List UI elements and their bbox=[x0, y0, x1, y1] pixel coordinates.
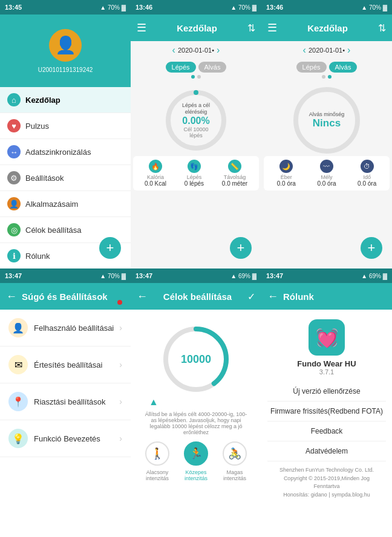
heart-icon: ♥ bbox=[7, 119, 21, 132]
moon-icon: 🌙 bbox=[279, 160, 293, 173]
hamburger-icon-3[interactable]: ☰ bbox=[267, 21, 277, 34]
sleep-label: Alvás minőség bbox=[309, 111, 345, 117]
tab-sleep-2[interactable]: Alvás bbox=[198, 62, 227, 73]
dots-2 bbox=[131, 75, 261, 79]
help-item-user-label: Felhasználó beállításai bbox=[34, 324, 114, 333]
help-item-notif[interactable]: ✉ Értesítés beállításai › bbox=[0, 347, 131, 383]
nav-prev-3[interactable]: ‹ bbox=[303, 45, 306, 56]
nav-row-3: ‹ 2020-01-01• › bbox=[261, 41, 392, 59]
dot-3a bbox=[322, 75, 325, 79]
nav-date-3: 2020-01-01• bbox=[309, 47, 345, 54]
notif-icon: ✉ bbox=[8, 355, 28, 374]
home-title-3: Kezdőlap bbox=[307, 23, 348, 33]
goals-header: ← Célok beállítása ✓ bbox=[131, 283, 261, 310]
hamburger-icon[interactable]: ☰ bbox=[137, 21, 146, 34]
help-item-notif-label: Értesítés beállításai bbox=[34, 360, 102, 369]
user-settings-icon: 👤 bbox=[8, 318, 28, 337]
medium-intensity-icon: 🏃 bbox=[184, 441, 208, 466]
share-icon-3[interactable]: ⇅ bbox=[378, 22, 386, 34]
status-time-5: 13:47 bbox=[136, 272, 152, 279]
help-item-func[interactable]: 💡 Funkció Bevezetés › bbox=[0, 420, 131, 457]
sidebar-item-settings[interactable]: ⚙ Beállítások bbox=[0, 165, 131, 191]
dot-3b bbox=[328, 75, 332, 79]
step-circle-value: 0.00% bbox=[180, 116, 213, 126]
check-icon-5[interactable]: ✓ bbox=[247, 291, 255, 302]
dots-3 bbox=[261, 75, 392, 79]
link-firmware[interactable]: Firmware frissítés(Redbend FOTA) bbox=[267, 402, 386, 421]
nav-next-3[interactable]: › bbox=[347, 45, 350, 56]
fab-button[interactable]: + bbox=[99, 237, 121, 259]
low-intensity-icon: 🚶 bbox=[145, 441, 169, 466]
info-icon: ℹ bbox=[7, 249, 21, 262]
chevron-right-2: › bbox=[119, 360, 122, 369]
sidebar-item-home[interactable]: ⌂ Kezdőlap bbox=[0, 87, 131, 113]
clock-icon: ⏱ bbox=[361, 160, 374, 173]
nav-next-2[interactable]: › bbox=[217, 45, 220, 56]
tab-sleep-3[interactable]: Alvás bbox=[329, 62, 358, 73]
avatar: 👤 bbox=[49, 29, 82, 62]
intensity-high[interactable]: 🚴 Magasintenzitás bbox=[223, 441, 247, 481]
status-icons-5: ▲ 69% ▓ bbox=[230, 273, 256, 279]
goals-title: Célok beállítása bbox=[163, 291, 232, 302]
sleep-circle-text: Alvás minőség Nincs bbox=[309, 111, 345, 129]
step-circle-label: Lépés a cél eléréséig bbox=[180, 102, 213, 116]
help-header: ← Súgó és Beállítások bbox=[0, 283, 131, 310]
fab-button-3[interactable]: + bbox=[361, 237, 382, 259]
alarm-icon: 📍 bbox=[8, 392, 28, 411]
footer-line-2: Copyright © 2015-2019,Minden Jog bbox=[284, 475, 370, 481]
footer-line-1: Shenzhen FunYun Technology Co. Ltd. bbox=[279, 467, 374, 473]
status-bar-4: 13:47 ▲ 70% ▓ bbox=[0, 268, 131, 283]
link-privacy[interactable]: Adatvédelem bbox=[267, 441, 386, 461]
sidebar-label-apps: Alkalmazásaim bbox=[25, 200, 78, 209]
intensity-medium[interactable]: 🏃 Közepesintenzitás bbox=[184, 441, 208, 481]
footer-line-4: Honosítás: gidano | sympda.blog.hu bbox=[283, 492, 370, 498]
status-time-4: 13:47 bbox=[5, 272, 22, 279]
sidebar-item-sync[interactable]: ↔ Adatszinkronizálás bbox=[0, 139, 131, 165]
home-icon: ⌂ bbox=[7, 93, 21, 106]
tab-steps-3[interactable]: Lépés bbox=[296, 62, 327, 73]
link-version-check[interactable]: Új verzió ellenőrzése bbox=[267, 382, 386, 402]
stat-calories-value: 0.0 Kcal bbox=[145, 180, 166, 187]
stat-steps: 👣 Lépés 0 lépés bbox=[185, 160, 204, 187]
user-id: U200101191319242 bbox=[38, 67, 93, 73]
share-icon-2[interactable]: ⇅ bbox=[247, 22, 255, 34]
sidebar-item-pulse[interactable]: ♥ Pulzus bbox=[0, 113, 131, 139]
sidebar-label-pulse: Pulzus bbox=[25, 122, 49, 131]
fab-button-2[interactable]: + bbox=[230, 237, 252, 259]
help-item-notif-left: ✉ Értesítés beállításai bbox=[8, 355, 102, 374]
help-item-func-left: 💡 Funkció Bevezetés bbox=[8, 429, 100, 448]
app-version: 3.7.1 bbox=[319, 368, 334, 376]
back-arrow-6[interactable]: ← bbox=[267, 290, 278, 303]
nav-prev-2[interactable]: ‹ bbox=[172, 45, 175, 56]
stat-time-value: 0.0 óra bbox=[358, 180, 376, 187]
goals-circle-wrap: 10000 bbox=[138, 323, 254, 395]
distance-icon: 📏 bbox=[228, 160, 241, 173]
stats-row-2: 🔥 Kalória 0.0 Kcal 👣 Lépés 0 lépés 📏 Táv… bbox=[133, 156, 259, 190]
help-item-alarm[interactable]: 📍 Riasztási beállítások › bbox=[0, 383, 131, 420]
link-feedback[interactable]: Feedback bbox=[267, 421, 386, 441]
stat-time: ⏱ Idő 0.0 óra bbox=[358, 160, 376, 187]
sidebar-label-settings: Beállítások bbox=[25, 174, 64, 183]
calories-icon: 🔥 bbox=[149, 160, 162, 173]
about-body: 💓 Fundo Wear HU 3.7.1 Új verzió ellenőrz… bbox=[261, 310, 392, 504]
app-logo: 💓 bbox=[309, 319, 345, 356]
back-arrow-5[interactable]: ← bbox=[137, 290, 148, 303]
home-title-2: Kezdőlap bbox=[177, 23, 217, 33]
intensity-low[interactable]: 🚶 Alacsonyintenzitás bbox=[145, 441, 169, 481]
help-item-func-label: Funkció Bevezetés bbox=[34, 434, 100, 443]
tab-steps-2[interactable]: Lépés bbox=[166, 62, 196, 73]
status-icons-3: ▲ 70% ▓ bbox=[361, 4, 387, 11]
status-bar-3: 13:46 ▲ 70% ▓ bbox=[261, 0, 392, 15]
help-title: Súgó és Beállítások bbox=[22, 291, 108, 302]
goals-icon: ◎ bbox=[7, 223, 21, 236]
intensity-medium-label: Közepesintenzitás bbox=[185, 469, 207, 481]
stat-awake-value: 0.0 óra bbox=[277, 180, 296, 187]
sidebar-label-about: Rólunk bbox=[25, 252, 50, 261]
panel-goals: 13:47 ▲ 69% ▓ ← Célok beállítása ✓ 10000… bbox=[131, 268, 261, 537]
about-footer: Shenzhen FunYun Technology Co. Ltd. Copy… bbox=[276, 466, 377, 499]
help-item-user[interactable]: 👤 Felhasználó beállításai › bbox=[0, 310, 131, 347]
back-arrow-4[interactable]: ← bbox=[6, 290, 17, 303]
steps-icon: 👣 bbox=[188, 160, 201, 173]
sidebar-item-apps[interactable]: 👤 Alkalmazásaim bbox=[0, 191, 131, 217]
dot-2 bbox=[197, 75, 201, 79]
